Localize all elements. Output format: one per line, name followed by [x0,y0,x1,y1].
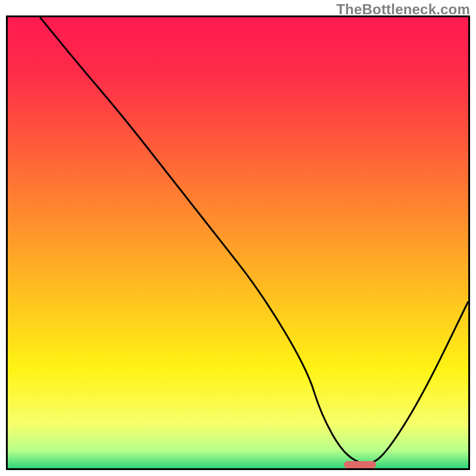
plot-frame [6,15,470,470]
optimal-marker [344,461,376,468]
chart-stage: TheBottleneck.com [0,0,476,476]
gradient-background [8,17,468,468]
plot-svg [8,17,468,468]
